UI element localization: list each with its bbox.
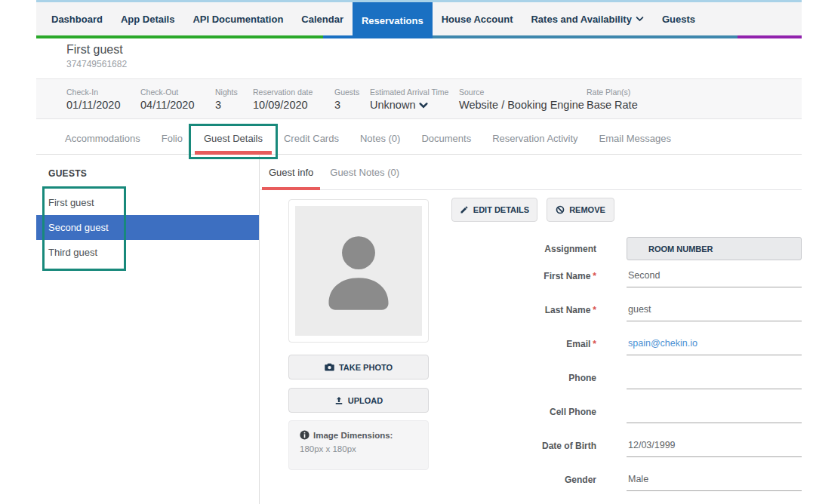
guest-list-item-second-guest[interactable]: Second guest <box>36 215 259 240</box>
gender-label: Gender <box>451 475 596 491</box>
guest-info-form: Assignment ROOM NUMBER First Name* Secon… <box>451 237 802 491</box>
camera-icon <box>325 363 334 371</box>
summary-check-in: Check-In 01/11/2020 <box>66 88 140 111</box>
room-number-button[interactable]: ROOM NUMBER <box>627 237 802 260</box>
required-asterisk: * <box>593 305 596 315</box>
nav-item-calendar[interactable]: Calendar <box>292 2 353 35</box>
phone-field[interactable] <box>627 372 802 389</box>
gender-field[interactable]: Male <box>627 474 802 491</box>
guests-sidebar-title: GUESTS <box>48 168 259 179</box>
required-asterisk: * <box>593 339 596 349</box>
first-name-field[interactable]: Second <box>627 270 802 287</box>
arrival-time-dropdown-chevron-icon[interactable] <box>419 102 428 109</box>
cell-phone-field[interactable] <box>627 406 802 423</box>
guests-sidebar: GUESTS First guest Second guest Third gu… <box>36 155 260 504</box>
tab-credit-cards[interactable]: Credit Cards <box>273 123 350 154</box>
image-dimensions-label: Image Dimensions: <box>313 431 393 440</box>
remove-button[interactable]: REMOVE <box>547 198 614 222</box>
summary-estimated-arrival-time: Estimated Arrival Time Unknown <box>370 88 459 111</box>
guest-subtabs: Guest info Guest Notes (0) <box>260 155 802 190</box>
guest-list-item-third-guest[interactable]: Third guest <box>36 240 259 265</box>
guest-photo-placeholder <box>288 199 429 343</box>
nav-item-rates-and-availability[interactable]: Rates and Availability <box>522 2 652 35</box>
email-field[interactable]: spain@chekin.io <box>627 338 802 355</box>
phone-label: Phone <box>451 373 596 389</box>
last-name-field[interactable]: guest <box>627 304 802 321</box>
summary-guests: Guests 3 <box>334 88 370 111</box>
tab-documents[interactable]: Documents <box>411 123 482 154</box>
nav-item-dashboard[interactable]: Dashboard <box>42 2 112 35</box>
reservation-tabs: Accommodations Folio Guest Details Credi… <box>36 123 802 155</box>
required-asterisk: * <box>593 271 596 281</box>
page: Dashboard App Details API Documentation … <box>0 0 813 504</box>
cell-phone-label: Cell Phone <box>451 407 596 423</box>
tab-email-messages[interactable]: Email Messages <box>589 123 682 154</box>
active-tab-underline <box>195 151 272 155</box>
page-title: First guest <box>66 43 123 57</box>
guest-details-panel: Guest info Guest Notes (0) <box>260 155 802 504</box>
tab-reservation-activity[interactable]: Reservation Activity <box>482 123 588 154</box>
guest-list-item-first-guest[interactable]: First guest <box>36 190 259 215</box>
last-name-label: Last Name* <box>451 305 596 321</box>
subtab-guest-info[interactable]: Guest info <box>260 155 322 189</box>
tab-accommodations[interactable]: Accommodations <box>54 123 151 154</box>
edit-details-button[interactable]: EDIT DETAILS <box>451 198 537 222</box>
summary-rate-plans: Rate Plan(s) Base Rate <box>587 88 638 111</box>
main-navigation: Dashboard App Details API Documentation … <box>36 2 802 35</box>
tab-notes[interactable]: Notes (0) <box>350 123 411 154</box>
arrival-time-value: Unknown <box>370 99 415 111</box>
border-segment-purple <box>738 35 802 38</box>
summary-nights: Nights 3 <box>215 88 253 111</box>
reservation-id: 374749561682 <box>66 59 127 69</box>
tab-folio[interactable]: Folio <box>151 123 193 154</box>
reservation-summary-bar: Check-In 01/11/2020 Check-Out 04/11/2020… <box>36 78 802 119</box>
summary-source: Source Website / Booking Engine <box>459 88 587 111</box>
border-segment-steel-blue <box>394 35 738 38</box>
nav-item-reservations[interactable]: Reservations <box>353 2 433 38</box>
nav-item-api-documentation[interactable]: API Documentation <box>183 2 292 35</box>
image-dimensions-value: 180px x 180px <box>300 444 417 453</box>
upload-button[interactable]: UPLOAD <box>288 388 429 413</box>
pencil-icon <box>460 205 469 214</box>
guest-detail-column: EDIT DETAILS REMOVE Assignment ROOM NUMB… <box>451 198 802 504</box>
info-circle-icon <box>300 430 309 440</box>
nav-item-house-account[interactable]: House Account <box>433 2 522 35</box>
summary-reservation-date: Reservation date 10/09/2020 <box>253 88 334 111</box>
person-silhouette-icon <box>314 225 403 317</box>
image-dimensions-info-box: Image Dimensions: 180px x 180px <box>288 420 429 470</box>
active-subtab-underline <box>262 187 320 190</box>
take-photo-button[interactable]: TAKE PHOTO <box>288 355 429 380</box>
date-of-birth-label: Date of Birth <box>451 441 596 457</box>
chevron-down-icon <box>636 16 644 22</box>
nav-item-app-details[interactable]: App Details <box>112 2 184 35</box>
email-label: Email* <box>451 339 596 355</box>
nav-item-guests[interactable]: Guests <box>653 2 704 35</box>
upload-icon <box>334 396 343 405</box>
border-segment-green <box>36 35 323 38</box>
tab-guest-details[interactable]: Guest Details <box>193 123 273 154</box>
subtab-guest-notes[interactable]: Guest Notes (0) <box>322 155 408 189</box>
guest-photo-column: TAKE PHOTO UPLOAD <box>288 199 429 470</box>
ban-circle-icon <box>556 205 565 214</box>
date-of-birth-field[interactable]: 12/03/1999 <box>627 440 802 457</box>
first-name-label: First Name* <box>451 271 596 287</box>
summary-check-out: Check-Out 04/11/2020 <box>140 88 215 111</box>
assignment-label: Assignment <box>451 244 596 254</box>
